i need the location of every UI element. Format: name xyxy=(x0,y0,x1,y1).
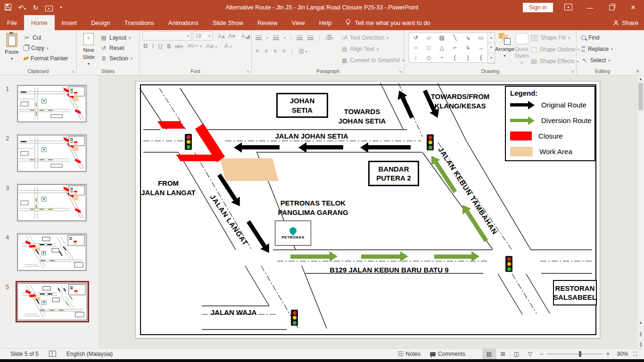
closure-bar-upper[interactable] xyxy=(157,121,185,129)
cut-button[interactable]: ✂Cut xyxy=(24,33,68,42)
slide-5[interactable]: JOHAN SETIA BANDAR PUTERA 2 RESTORAN SAL… xyxy=(135,81,600,338)
reset-button[interactable]: ↺Reset xyxy=(100,44,132,52)
tab-transitions[interactable]: Transitions xyxy=(117,15,161,30)
change-case-button[interactable]: Aa ▾ xyxy=(206,42,217,49)
copy-button[interactable]: Copy ▾ xyxy=(24,44,68,52)
traffic-light-icon[interactable] xyxy=(427,134,434,150)
normal-view-button[interactable]: ▤ xyxy=(482,349,496,359)
drawing-dialog-launcher-icon[interactable]: ↘ xyxy=(570,69,574,74)
align-text-button[interactable]: ▤Align Text ▾ xyxy=(341,45,404,53)
notes-button[interactable]: Notes xyxy=(393,349,425,359)
shape-effects-button[interactable]: Shape Effects ▾ xyxy=(531,57,579,66)
original-route-arrow[interactable] xyxy=(234,142,280,153)
zoom-level[interactable]: 80% xyxy=(612,351,628,357)
diversion-route-arrow[interactable] xyxy=(290,251,338,262)
align-center-icon[interactable]: ≡ xyxy=(264,48,268,54)
customize-qat-icon[interactable]: ▾ xyxy=(60,6,62,9)
closure-bar-lower[interactable] xyxy=(176,155,220,161)
language-indicator[interactable]: English (Malaysia) xyxy=(66,351,113,357)
numbering-icon[interactable] xyxy=(273,35,279,40)
strikethrough-button[interactable]: abc xyxy=(175,43,183,49)
columns-icon[interactable]: ▥ ▾ xyxy=(298,48,307,54)
slide-thumbnail-3[interactable]: 3 xyxy=(0,183,99,226)
scroll-up-icon[interactable]: ▲ xyxy=(637,76,644,82)
italic-button[interactable]: I xyxy=(152,42,154,49)
jalan-waja-label[interactable]: JALAN WAJA xyxy=(206,308,261,317)
slide-thumbnail-1[interactable]: 1 xyxy=(0,84,99,127)
petronas-station-label[interactable]: PETRONAS TELOK PANGLIMA GARANG xyxy=(275,198,351,217)
original-route-arrow[interactable] xyxy=(360,142,411,153)
tell-me-box[interactable]: Tell me what you want to do xyxy=(345,15,430,30)
tab-slide-show[interactable]: Slide Show xyxy=(206,15,250,30)
restoran-salsabeel-box[interactable]: RESTORAN SALSABEEL xyxy=(553,280,597,305)
tab-file[interactable]: File xyxy=(0,15,24,30)
tab-help[interactable]: Help xyxy=(312,15,339,30)
section-button[interactable]: ≣Section ▾ xyxy=(100,54,132,63)
start-from-beginning-icon[interactable]: ▸ xyxy=(45,4,53,11)
shadow-button[interactable]: S xyxy=(166,42,171,49)
slide-thumbnail-5[interactable]: 5 xyxy=(0,282,99,325)
vertical-scrollbar[interactable]: ▲ ▼ ∧∧ ∨∨ xyxy=(637,75,644,349)
paragraph-dialog-launcher-icon[interactable]: ↘ xyxy=(398,69,402,74)
clipboard-dialog-launcher-icon[interactable]: ↘ xyxy=(71,69,74,74)
font-color-button[interactable]: A ▾ xyxy=(224,42,232,49)
shapes-gallery[interactable]: ↺▱▤╲↘▭ ○□△⌐↳→ ↓◇~(){ ▲▼▼ xyxy=(406,32,495,66)
tab-design[interactable]: Design xyxy=(84,15,117,30)
ribbon-display-options-icon[interactable]: ▴ xyxy=(564,4,572,10)
tab-home[interactable]: Home xyxy=(24,15,55,30)
zoom-out-icon[interactable]: − xyxy=(540,351,543,357)
next-slide-icon[interactable]: ∨∨ xyxy=(637,342,644,347)
slide-thumbnail-2[interactable]: 2 xyxy=(0,134,99,176)
slide-indicator[interactable]: Slide 5 of 5 xyxy=(10,351,39,357)
decrease-font-size-icon[interactable]: A▾ xyxy=(228,33,235,40)
quick-styles-button[interactable]: Quick Styles ▾ xyxy=(514,32,529,66)
spell-check-icon[interactable] xyxy=(49,351,56,357)
close-button[interactable]: × xyxy=(622,0,644,15)
convert-smartart-button[interactable]: ▦Convert to SmartArt ▾ xyxy=(341,56,404,65)
slide-thumbnail-4[interactable]: 4 xyxy=(0,233,99,275)
traffic-light-icon[interactable] xyxy=(185,134,192,150)
scrollbar-thumb[interactable] xyxy=(638,83,643,110)
share-button[interactable]: Share xyxy=(613,15,638,30)
find-button[interactable]: Find xyxy=(581,33,613,42)
align-right-icon[interactable]: ≡ xyxy=(273,48,277,54)
traffic-light-icon[interactable] xyxy=(291,310,298,326)
sign-in-button[interactable]: Sign in xyxy=(523,3,553,12)
original-route-arrow[interactable] xyxy=(298,142,343,153)
font-dialog-launcher-icon[interactable]: ↘ xyxy=(246,69,249,74)
font-size-combobox[interactable]: 18▾ xyxy=(193,31,213,41)
align-left-icon[interactable]: ≡ xyxy=(256,48,259,54)
fit-slide-to-window-icon[interactable]: ⛶ xyxy=(628,349,642,359)
save-icon[interactable] xyxy=(5,4,11,11)
justify-icon[interactable]: ≡ xyxy=(282,48,286,54)
reading-view-button[interactable]: ◫ xyxy=(510,349,523,359)
replace-button[interactable]: abacReplace ▾ xyxy=(581,45,613,53)
tab-animations[interactable]: Animations xyxy=(161,15,206,30)
work-area-shape[interactable] xyxy=(220,158,279,181)
b129-label[interactable]: B129 JALAN KEBUN BARU BATU 9 xyxy=(324,265,454,275)
select-button[interactable]: ↖Select ▾ xyxy=(581,56,613,65)
increase-indent-icon[interactable] xyxy=(307,35,314,40)
previous-slide-icon[interactable]: ∧∧ xyxy=(637,332,644,337)
zoom-slider-thumb[interactable] xyxy=(579,351,581,357)
text-direction-button[interactable]: ↕AText Direction ▾ xyxy=(341,33,404,42)
bold-button[interactable]: B xyxy=(143,42,148,49)
decrease-indent-icon[interactable] xyxy=(297,35,303,40)
traffic-light-icon[interactable] xyxy=(505,256,512,272)
tab-review[interactable]: Review xyxy=(250,15,285,30)
underline-button[interactable]: U xyxy=(158,42,162,49)
tab-insert[interactable]: Insert xyxy=(55,15,84,30)
slide-show-button[interactable]: ▽ xyxy=(523,349,537,359)
zoom-slider[interactable] xyxy=(547,354,603,354)
tab-view[interactable]: View xyxy=(285,15,312,30)
shape-outline-button[interactable]: Shape Outline ▾ xyxy=(531,45,579,54)
zoom-in-icon[interactable]: + xyxy=(606,351,610,357)
redo-icon[interactable]: ↻ xyxy=(33,4,39,11)
johan-setia-box[interactable]: JOHAN SETIA xyxy=(276,93,328,118)
format-painter-button[interactable]: Format Painter xyxy=(24,54,68,63)
slide-sorter-view-button[interactable]: ⊞ xyxy=(496,349,510,359)
undo-icon[interactable]: ↶▾ xyxy=(18,4,26,11)
diversion-route-arrow[interactable] xyxy=(434,251,479,262)
clear-formatting-icon[interactable]: A◢ xyxy=(241,33,250,40)
scroll-down-icon[interactable]: ▼ xyxy=(637,320,644,327)
